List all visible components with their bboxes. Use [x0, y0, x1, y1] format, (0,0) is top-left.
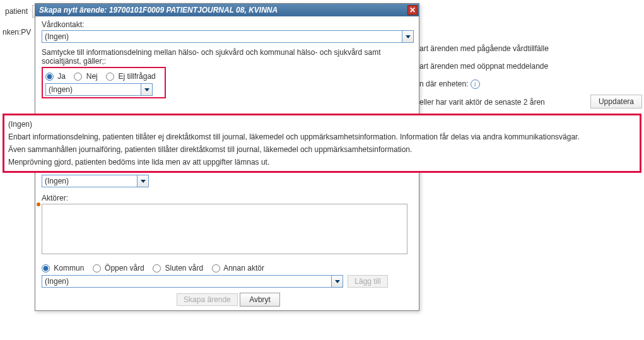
info-icon[interactable]: i — [471, 79, 480, 89]
aktor-select-value: (Ingen) — [45, 277, 69, 286]
nken-label: nken:PV — [0, 28, 31, 37]
bg-info-line-3: n där enheten: — [419, 79, 468, 88]
dropdown-option[interactable]: Menprövning gjord, patienten bedöms inte… — [8, 156, 636, 168]
aktorer-textarea[interactable] — [42, 204, 407, 254]
bg-info-line-1: art ärenden med pågående vårdtillfälle — [419, 44, 549, 53]
second-select-value: (Ingen) — [45, 177, 69, 185]
chevron-down-icon — [402, 31, 413, 42]
dropdown-option[interactable]: Enbart informationsdelning, patienten ti… — [8, 131, 636, 143]
chevron-down-icon — [331, 276, 342, 287]
samtycke-select-options: (Ingen) Enbart informationsdelning, pati… — [3, 114, 641, 173]
vardkontakt-select-value: (Ingen) — [45, 32, 69, 41]
lagg-till-button: Lägg till — [348, 275, 387, 288]
bg-info-line-2: art ärenden med oöppnat meddelande — [419, 62, 549, 71]
aktor-select[interactable]: (Ingen) — [42, 275, 343, 288]
radio-kommun[interactable]: Kommun — [42, 264, 84, 273]
bg-info-line-4: eller har varit aktör de senaste 2 åren — [419, 98, 549, 107]
samtycke-select-value: (Ingen) — [49, 85, 73, 94]
patient-label: patient — [5, 7, 28, 16]
close-icon[interactable]: ✕ — [407, 5, 418, 15]
dropdown-option[interactable]: (Ingen) — [8, 118, 636, 131]
vardkontakt-label: Vårdkontakt: — [42, 20, 413, 29]
second-select[interactable]: (Ingen) — [42, 175, 149, 187]
aktor-type-radio-group: Kommun Öppen vård Sluten vård Annan aktö… — [42, 264, 413, 273]
highlight-box-consent: Ja Nej Ej tillfrågad (Ingen) — [42, 67, 166, 98]
consent-radio-group: Ja Nej Ej tillfrågad — [45, 72, 162, 81]
radio-ej-tillfragad[interactable]: Ej tillfrågad — [106, 72, 156, 81]
avbryt-button[interactable]: Avbryt — [240, 293, 280, 307]
radio-nej[interactable]: Nej — [74, 72, 97, 81]
dialog-titlebar: Skapa nytt ärende: 19700101F0009 PATIENT… — [35, 4, 419, 16]
vardkontakt-select[interactable]: (Ingen) — [42, 30, 414, 43]
samtycke-label: Samtycke till informationsdelning mellan… — [42, 48, 414, 66]
radio-ja[interactable]: Ja — [45, 72, 66, 81]
aktorer-label: Aktörer: — [42, 194, 413, 202]
radio-sluten-vard[interactable]: Sluten vård — [153, 264, 203, 273]
chevron-down-icon — [137, 175, 148, 187]
skapa-arende-button: Skapa ärende — [177, 293, 238, 306]
dropdown-option[interactable]: Även sammanhållen journalföring, patient… — [8, 143, 636, 156]
chevron-down-icon — [141, 84, 152, 95]
dialog-title: Skapa nytt ärende: 19700101F0009 PATIENT… — [39, 6, 278, 15]
update-button[interactable]: Uppdatera — [590, 95, 642, 108]
radio-oppen-vard[interactable]: Öppen vård — [93, 264, 144, 273]
radio-annan-aktor[interactable]: Annan aktör — [212, 264, 264, 273]
samtycke-select[interactable]: (Ingen) — [45, 83, 153, 96]
required-dot-icon — [37, 202, 40, 206]
